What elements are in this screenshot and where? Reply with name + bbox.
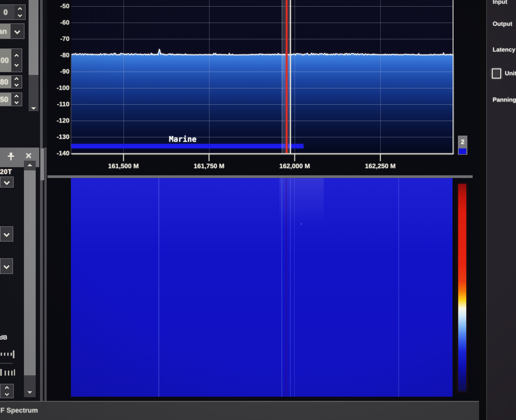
sidebar-border-lower — [44, 147, 47, 401]
panel-separator — [479, 0, 486, 420]
waterfall-streak — [158, 178, 159, 397]
chevron-down-icon — [18, 13, 22, 17]
db-axis-label: -120 — [48, 117, 69, 124]
db-axis-label: -80 — [48, 51, 69, 59]
sidebar-border — [40, 0, 43, 401]
spinner-fft-buttons[interactable] — [11, 49, 22, 72]
scrollbar-down-arrow-icon[interactable] — [31, 107, 36, 110]
sidebar-scrollbar-lower[interactable] — [24, 161, 36, 397]
waterfall-streak — [282, 178, 282, 397]
spinner-range-buttons[interactable] — [11, 76, 22, 88]
chevron-down-icon — [14, 82, 19, 87]
axis-tick — [209, 154, 209, 161]
gain-db-label: 0 dB — [0, 334, 7, 341]
db-axis-label: -50 — [48, 2, 69, 10]
dropdown-filter[interactable] — [0, 258, 13, 274]
spinner-offset2-value: 50 — [0, 93, 11, 106]
waterfall-streak — [398, 178, 399, 397]
scrollbar-thumb[interactable] — [24, 170, 36, 375]
spectrum-zoom-indicator[interactable]: 2 — [458, 135, 467, 155]
zoom-indicator-value: 2 — [461, 138, 464, 145]
frequency-axis-line — [71, 153, 454, 154]
chevron-down-icon — [3, 231, 10, 237]
mini-scrollbar[interactable] — [40, 148, 44, 180]
chevron-down-icon — [5, 391, 9, 396]
pin-button[interactable] — [6, 150, 16, 163]
axis-tick — [294, 154, 295, 161]
frequency-tick-group: 161,500 M — [98, 154, 149, 170]
frequency-label: 161,750 M — [183, 162, 235, 170]
chevron-up-icon — [14, 54, 19, 58]
scrollbar-up-arrow-icon[interactable] — [27, 164, 32, 166]
frequency-axis: 161,500 M 161,750 M 162,000 M 162,250 M — [71, 154, 454, 175]
pin-icon-bar — [8, 156, 14, 157]
chevron-up-icon — [5, 386, 9, 390]
tuning-frequency-line[interactable] — [286, 0, 287, 154]
db-axis-label: -60 — [48, 19, 69, 26]
chevron-down-icon — [4, 179, 10, 185]
frequency-label: 162,250 M — [354, 162, 406, 170]
dropdown-mode[interactable] — [0, 226, 13, 242]
db-axis-label: -130 — [48, 133, 69, 140]
axis-tick — [123, 154, 124, 161]
frequency-label: 161,500 M — [98, 162, 149, 170]
scrollbar-down-arrow-icon[interactable] — [27, 391, 32, 394]
spinner-offset2[interactable]: 50 — [0, 92, 22, 106]
window-function-value: an — [0, 24, 10, 38]
spinner-fft-value: 00 — [0, 49, 11, 72]
bandplan-bar — [71, 144, 303, 148]
db-axis-label: -70 — [48, 35, 69, 42]
unity-gain-label: Unity Gain — [505, 70, 516, 77]
waterfall-streak — [290, 178, 291, 397]
db-axis-label: -100 — [48, 84, 69, 91]
close-icon: ✕ — [25, 151, 32, 161]
frequency-label: 162,000 M — [269, 162, 320, 170]
input-label: Input — [493, 0, 507, 5]
spectrum-trace — [71, 0, 454, 154]
close-button[interactable]: ✕ — [23, 150, 34, 162]
frequency-tick-group: 162,000 M — [269, 154, 320, 170]
scrollbar-thumb[interactable] — [29, 0, 39, 75]
waterfall-blip — [301, 224, 302, 224]
waterfall-tuned-streak — [286, 178, 287, 397]
spinner-offset-buttons[interactable] — [15, 5, 25, 19]
chevron-up-icon — [18, 7, 22, 11]
pin-icon-stem — [10, 157, 12, 160]
divider — [0, 363, 13, 364]
bandplan-label: Marine — [169, 135, 196, 143]
spectrum-area: -50-60-70-80-90-100-110-120-130-140 Mari… — [47, 0, 479, 401]
frequency-tick-group: 161,750 M — [183, 154, 235, 170]
rf-spectrum-plot[interactable]: Marine — [71, 0, 454, 154]
spinner-updown[interactable] — [0, 384, 14, 398]
window-function-dropdown[interactable]: an — [0, 23, 24, 39]
spinner-offset2-buttons[interactable] — [11, 93, 22, 106]
chevron-up-icon — [14, 77, 19, 82]
status-bar: F Spectrum — [0, 401, 479, 420]
db-axis: -50-60-70-80-90-100-110-120-130-140 — [47, 0, 71, 154]
spinner-range[interactable]: 80 — [0, 75, 22, 89]
unity-gain-checkbox[interactable] — [492, 68, 501, 79]
sidebar-scrollbar-upper[interactable] — [29, 0, 39, 111]
plot-right-border — [453, 0, 454, 154]
axis-tick — [380, 154, 381, 161]
dropdown-source[interactable] — [0, 177, 14, 188]
db-axis-label: -110 — [48, 100, 69, 108]
chevron-down-icon — [14, 28, 20, 34]
db-axis-label: -90 — [48, 68, 69, 75]
waterfall-display[interactable] — [71, 178, 453, 397]
spinner-offset[interactable]: 0 — [0, 4, 26, 20]
tuner-label: 20T — [0, 168, 12, 175]
pane-splitter[interactable] — [47, 175, 473, 178]
spinner-range-value: 80 — [0, 76, 11, 88]
panning-label: Panning — [493, 96, 516, 103]
db-axis-label: -140 — [48, 150, 69, 157]
chevron-down-icon — [14, 62, 19, 67]
tuning-band-edge[interactable] — [290, 0, 291, 154]
spinner-fft-size[interactable]: 00 — [0, 48, 22, 72]
waterfall-color-scale — [458, 184, 466, 391]
chevron-down-icon — [14, 100, 19, 104]
spinner-offset-value: 0 — [0, 5, 15, 19]
dropdown-open-button[interactable] — [10, 24, 24, 38]
pin-icon — [10, 153, 12, 156]
audio-settings-panel: Input [MME] Пер Output [MME] CAB Latency… — [479, 0, 516, 420]
